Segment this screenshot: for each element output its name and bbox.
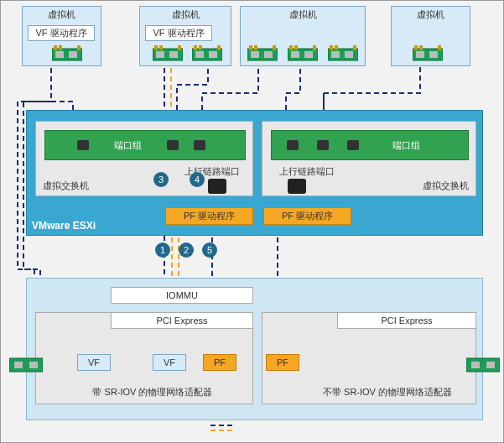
svg-rect-27	[289, 45, 293, 50]
svg-rect-3	[54, 45, 57, 50]
legend-data-path	[210, 425, 237, 426]
svg-rect-28	[294, 45, 298, 50]
svg-rect-5	[77, 45, 81, 50]
legend-swatch-navy	[210, 425, 232, 426]
adapter-nic-icon-right	[466, 353, 500, 375]
nic-icon	[288, 44, 318, 64]
svg-rect-35	[353, 45, 356, 50]
vf-box-2: VF	[153, 354, 186, 371]
svg-rect-47	[486, 362, 495, 368]
svg-rect-40	[419, 45, 423, 50]
vm-3: 虚拟机	[240, 6, 366, 66]
vm-label: 虚拟机	[23, 7, 101, 23]
port-group-2: 端口组	[271, 130, 469, 160]
vswitch-label: 虚拟交换机	[423, 180, 469, 192]
svg-rect-46	[471, 362, 480, 368]
pf-box-2: PF	[266, 354, 299, 371]
svg-rect-19	[251, 51, 259, 58]
esxi-host: VMware ESXi 端口组 上行链路端口 虚拟交换机 端口组 上行链路端口 …	[26, 110, 483, 236]
svg-rect-32	[345, 51, 353, 58]
svg-rect-4	[59, 45, 62, 50]
svg-rect-34	[335, 45, 338, 50]
vm-1: 虚拟机 VF 驱动程序	[22, 6, 101, 66]
vm-label: 虚拟机	[241, 7, 365, 23]
svg-rect-38	[429, 51, 438, 58]
portgroup-label: 端口组	[114, 139, 142, 152]
nic-icon	[247, 44, 278, 64]
adapter-nosriov-label: 不带 SR-IOV 的物理网络适配器	[308, 386, 467, 399]
svg-rect-31	[331, 51, 340, 58]
nic-icon	[328, 44, 358, 64]
svg-rect-14	[209, 51, 217, 58]
svg-rect-20	[264, 51, 273, 58]
pcie-box-left: PCI Express	[111, 312, 253, 329]
legend	[210, 425, 237, 435]
svg-rect-25	[291, 51, 299, 58]
nic-icon	[52, 44, 82, 64]
vf-box-1: VF	[77, 354, 111, 371]
vm-2: 虚拟机 VF 驱动程序	[139, 6, 231, 66]
svg-rect-9	[154, 45, 158, 50]
ethernet-port-icon	[167, 140, 179, 150]
svg-rect-39	[414, 45, 418, 50]
diagram-canvas: 虚拟机 VF 驱动程序 虚拟机 VF 驱动程序 虚拟机 虚拟机 VMware E…	[0, 0, 504, 443]
pcie-box-right: PCI Express	[337, 312, 476, 329]
step-5: 5	[202, 242, 217, 258]
svg-rect-26	[304, 51, 313, 58]
uplink-port-icon	[288, 179, 306, 194]
vswitch-2: 端口组 上行链路端口 虚拟交换机	[262, 121, 476, 196]
legend-swatch-orange	[210, 430, 232, 431]
nic-icon	[153, 44, 183, 64]
legend-control-path	[210, 430, 237, 431]
vm-label: 虚拟机	[140, 7, 231, 23]
step-2: 2	[179, 242, 194, 258]
hardware-layer: IOMMU PCI Express VF VF PF 带 SR-IOV 的物理网…	[26, 278, 483, 420]
vf-driver-box: VF 驱动程序	[145, 25, 212, 41]
svg-rect-10	[159, 45, 163, 50]
uplink-label: 上行链路端口	[174, 165, 250, 178]
nic-icon	[192, 44, 222, 64]
ethernet-port-icon	[194, 140, 205, 150]
vswitch-label: 虚拟交换机	[43, 180, 89, 192]
svg-rect-2	[69, 51, 77, 58]
svg-rect-33	[330, 45, 333, 50]
svg-rect-15	[194, 45, 197, 50]
vswitch-1: 端口组 上行链路端口 虚拟交换机	[35, 121, 253, 196]
step-4: 4	[190, 172, 205, 187]
portgroup-label: 端口组	[392, 139, 420, 152]
svg-rect-37	[416, 51, 424, 58]
nic-icon	[413, 44, 443, 64]
adapter-sriov-label: 带 SR-IOV 的物理网络适配器	[73, 386, 232, 399]
ethernet-port-icon	[77, 140, 89, 150]
ethernet-port-icon	[317, 140, 329, 150]
iommu-box: IOMMU	[111, 287, 253, 304]
svg-rect-7	[156, 51, 164, 58]
port-group-1: 端口组	[44, 130, 246, 160]
svg-rect-29	[313, 45, 316, 50]
svg-rect-8	[169, 51, 178, 58]
pf-driver-1: PF 驱动程序	[165, 207, 253, 225]
svg-rect-44	[29, 362, 38, 368]
ethernet-port-icon	[347, 140, 359, 150]
svg-rect-22	[254, 45, 257, 50]
vm-label: 虚拟机	[392, 7, 470, 23]
pf-box-1: PF	[203, 354, 236, 371]
vf-driver-box: VF 驱动程序	[28, 25, 95, 41]
pf-driver-2: PF 驱动程序	[263, 207, 351, 225]
vm-4: 虚拟机	[391, 6, 470, 66]
svg-rect-21	[249, 45, 252, 50]
svg-rect-16	[199, 45, 202, 50]
svg-rect-13	[195, 51, 204, 58]
svg-rect-11	[178, 45, 181, 50]
ethernet-port-icon	[287, 140, 299, 150]
svg-rect-17	[217, 45, 221, 50]
svg-rect-23	[273, 45, 276, 50]
adapter-nic-icon-left	[9, 353, 43, 375]
uplink-port-icon	[208, 179, 226, 194]
svg-rect-1	[55, 51, 64, 58]
svg-rect-41	[438, 45, 441, 50]
step-1: 1	[155, 242, 170, 258]
uplink-label: 上行链路端口	[269, 165, 345, 178]
esxi-label: VMware ESXi	[32, 220, 96, 232]
svg-rect-43	[14, 362, 23, 368]
